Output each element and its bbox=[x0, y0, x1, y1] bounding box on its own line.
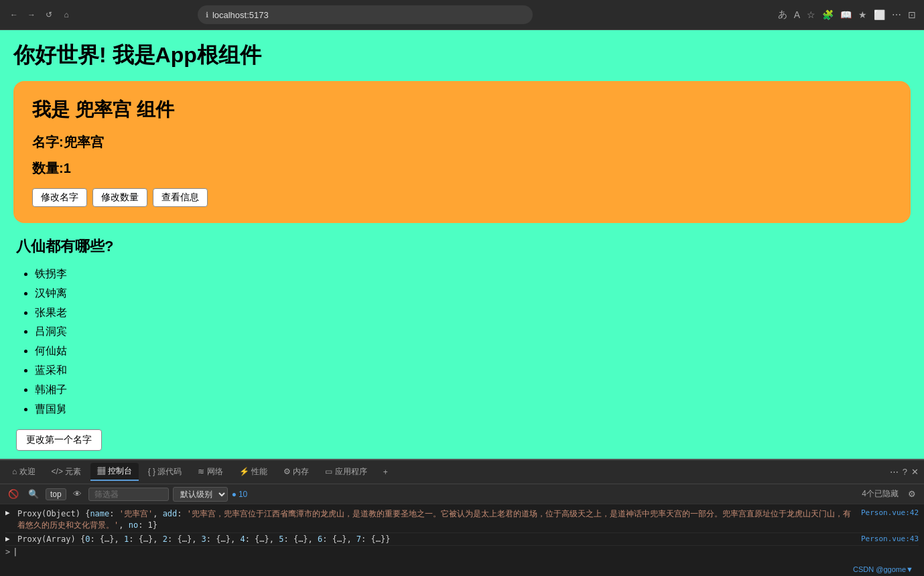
browser-actions: あ A ☆ 🧩 📖 ★ ⬜ ⋯ ⊡ bbox=[778, 9, 916, 21]
console-text-2: Proxy(Array) {0: {…}, 1: {…}, 2: {…}, 3:… bbox=[17, 534, 857, 544]
list-title: 八仙都有哪些? bbox=[16, 236, 908, 257]
sources-icon: { } bbox=[148, 467, 155, 476]
change-first-name-button[interactable]: 更改第一个名字 bbox=[16, 429, 102, 451]
refresh-button[interactable]: ↺ bbox=[43, 9, 55, 21]
home-icon: ⌂ bbox=[12, 467, 17, 476]
page-title: 你好世界! 我是App根组件 bbox=[13, 41, 911, 70]
performance-icon: ⚡ bbox=[239, 467, 249, 476]
immortals-list: 铁拐李 汉钟离 张果老 吕洞宾 何仙姑 蓝采和 韩湘子 曹国舅 bbox=[16, 265, 908, 419]
screenshot-button[interactable]: ⬜ bbox=[874, 9, 885, 20]
network-icon: ≋ bbox=[198, 467, 204, 476]
devtools-close-button[interactable]: ✕ bbox=[911, 467, 919, 477]
console-line-2: ▶ Proxy(Array) {0: {…}, 1: {…}, 2: {…}, … bbox=[5, 533, 919, 546]
devtools-tab-performance[interactable]: ⚡ 性能 bbox=[233, 463, 274, 480]
settings-button[interactable]: ⚙ bbox=[905, 488, 919, 500]
home-button[interactable]: ⌂ bbox=[60, 9, 72, 21]
error-number: 10 bbox=[239, 490, 247, 499]
application-icon: ▭ bbox=[325, 467, 332, 476]
expand-arrow-1[interactable]: ▶ bbox=[5, 508, 13, 517]
security-icon: ℹ bbox=[206, 11, 208, 19]
font-button[interactable]: A bbox=[794, 9, 800, 20]
expand-arrow-2[interactable]: ▶ bbox=[5, 534, 13, 543]
list-item: 张果老 bbox=[35, 303, 908, 323]
list-section: 八仙都有哪些? 铁拐李 汉钟离 张果老 吕洞宾 何仙姑 蓝采和 韩湘子 曹国舅 … bbox=[13, 236, 911, 451]
card-count-field: 数量:1 bbox=[32, 159, 892, 177]
devtools-panel: ⌂ 欢迎 </> 元素 ▦ 控制台 { } 源代码 ≋ 网络 ⚡ 性能 ⚙ 内存… bbox=[0, 459, 924, 576]
filter-input[interactable] bbox=[88, 488, 169, 501]
console-prompt-line: > | bbox=[5, 546, 919, 558]
filter-toggle-button[interactable]: 🔍 bbox=[25, 488, 42, 500]
address-bar[interactable]: ℹ localhost:5173 bbox=[198, 5, 533, 24]
console-container: ▶ Proxy(Object) {name: '兜率宫', add: '兜率宫，… bbox=[0, 504, 924, 576]
devtools-tab-add[interactable]: + bbox=[377, 465, 395, 480]
list-item: 韩湘子 bbox=[35, 380, 908, 400]
console-icon: ▦ bbox=[97, 466, 105, 476]
card-buttons: 修改名字 修改数量 查看信息 bbox=[32, 188, 892, 207]
back-button[interactable]: ← bbox=[8, 9, 20, 21]
list-item: 吕洞宾 bbox=[35, 322, 908, 342]
bookmark-button[interactable]: ☆ bbox=[807, 9, 815, 20]
card-title: 我是 兜率宫 组件 bbox=[32, 97, 892, 123]
console-text-1: Proxy(Object) {name: '兜率宫', add: '兜率宫，兜率… bbox=[17, 508, 857, 531]
console-source-2[interactable]: Person.vue:43 bbox=[861, 534, 919, 543]
list-item: 蓝采和 bbox=[35, 361, 908, 380]
devtools-tab-application[interactable]: ▭ 应用程序 bbox=[318, 463, 373, 480]
card-name-field: 名字:兜率宫 bbox=[32, 133, 892, 151]
csdn-watermark: CSDN @ggome▼ bbox=[853, 565, 913, 573]
list-item: 铁拐李 bbox=[35, 265, 908, 284]
context-selector[interactable]: top bbox=[46, 488, 66, 500]
edit-count-button[interactable]: 修改数量 bbox=[92, 188, 147, 207]
forward-button[interactable]: → bbox=[25, 9, 38, 21]
error-count-badge[interactable]: ● 10 bbox=[232, 490, 248, 499]
clear-console-button[interactable]: 🚫 bbox=[5, 488, 21, 500]
page-area: 你好世界! 我是App根组件 我是 兜率宫 组件 名字:兜率宫 数量:1 修改名… bbox=[0, 30, 924, 459]
devtools-tab-elements[interactable]: </> 元素 bbox=[45, 463, 88, 480]
memory-icon: ⚙ bbox=[283, 467, 291, 476]
devtools-tab-memory[interactable]: ⚙ 内存 bbox=[277, 463, 316, 480]
reading-button[interactable]: 📖 bbox=[840, 9, 852, 20]
extensions-button[interactable]: 🧩 bbox=[822, 9, 834, 20]
favorites-button[interactable]: ★ bbox=[858, 9, 867, 20]
more-button[interactable]: ⋯ bbox=[892, 9, 901, 20]
devtools-tab-network[interactable]: ≋ 网络 bbox=[191, 463, 229, 480]
hidden-count: 4个已隐藏 bbox=[862, 488, 899, 500]
view-info-button[interactable]: 查看信息 bbox=[153, 188, 208, 207]
devtools-tab-sources[interactable]: { } 源代码 bbox=[141, 463, 189, 480]
list-item: 曹国舅 bbox=[35, 400, 908, 419]
devtools-tab-welcome[interactable]: ⌂ 欢迎 bbox=[5, 463, 42, 480]
console-source-1[interactable]: Person.vue:42 bbox=[861, 508, 919, 517]
list-item: 何仙姑 bbox=[35, 342, 908, 361]
translate-button[interactable]: あ bbox=[778, 9, 787, 21]
devtools-toolbar: 🚫 🔍 top 👁 默认级别 ● 10 4个已隐藏 ⚙ bbox=[0, 484, 924, 504]
console-line-1: ▶ Proxy(Object) {name: '兜率宫', add: '兜率宫，… bbox=[5, 507, 919, 533]
browser-chrome: ← → ↺ ⌂ ℹ localhost:5173 あ A ☆ 🧩 📖 ★ ⬜ ⋯… bbox=[0, 0, 924, 30]
edit-name-button[interactable]: 修改名字 bbox=[32, 188, 87, 207]
prompt-symbol: > bbox=[5, 547, 10, 557]
devtools-help-button[interactable]: ? bbox=[903, 467, 907, 477]
error-dot: ● bbox=[232, 490, 237, 499]
split-button[interactable]: ⊡ bbox=[908, 9, 916, 20]
url-text: localhost:5173 bbox=[212, 10, 269, 20]
devtools-actions: ⋯ ? ✕ bbox=[890, 467, 919, 477]
devtools-more-button[interactable]: ⋯ bbox=[890, 467, 899, 477]
devtools-tab-console[interactable]: ▦ 控制台 bbox=[90, 463, 138, 481]
elements-icon: </> bbox=[52, 467, 63, 476]
prompt-cursor[interactable]: | bbox=[13, 547, 17, 557]
orange-card: 我是 兜率宫 组件 名字:兜率宫 数量:1 修改名字 修改数量 查看信息 bbox=[13, 81, 911, 223]
devtools-tabbar: ⌂ 欢迎 </> 元素 ▦ 控制台 { } 源代码 ≋ 网络 ⚡ 性能 ⚙ 内存… bbox=[0, 460, 924, 484]
list-item: 汉钟离 bbox=[35, 284, 908, 303]
eye-button[interactable]: 👁 bbox=[70, 488, 84, 500]
devtools-console: ▶ Proxy(Object) {name: '兜率宫', add: '兜率宫，… bbox=[0, 504, 924, 576]
log-level-select[interactable]: 默认级别 bbox=[173, 487, 228, 502]
